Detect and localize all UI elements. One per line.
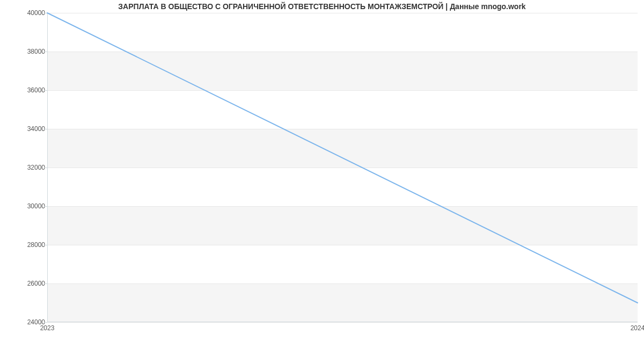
y-tick-label: 40000	[8, 9, 45, 17]
y-tick-label: 38000	[8, 48, 45, 55]
line-layer	[47, 13, 638, 322]
y-tick-label: 24000	[8, 318, 45, 326]
x-tick-label: 2023	[40, 324, 55, 332]
y-tick-label: 36000	[8, 86, 45, 94]
chart-title: ЗАРПЛАТА В ОБЩЕСТВО С ОГРАНИЧЕННОЙ ОТВЕТ…	[0, 0, 644, 13]
plot-area	[47, 13, 638, 322]
y-tick-label: 30000	[8, 202, 45, 210]
data-series-line	[47, 13, 638, 303]
chart-container: ЗАРПЛАТА В ОБЩЕСТВО С ОГРАНИЧЕННОЙ ОТВЕТ…	[0, 0, 644, 349]
y-tick-label: 26000	[8, 280, 45, 287]
y-tick-label: 32000	[8, 164, 45, 171]
y-tick-label: 34000	[8, 125, 45, 133]
gridline	[47, 322, 638, 323]
y-tick-mark	[44, 322, 47, 323]
x-tick-label: 2024	[631, 324, 644, 332]
y-tick-label: 28000	[8, 241, 45, 249]
